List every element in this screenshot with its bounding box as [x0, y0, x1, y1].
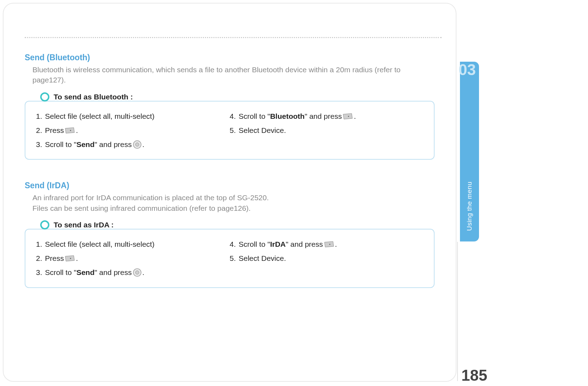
- desc-line: An infrared port for IrDA communication …: [32, 194, 269, 202]
- steps-col-left: 1. Select file (select all, multi-select…: [36, 109, 230, 152]
- step-text: " and press: [95, 265, 132, 280]
- step-number: 4.: [230, 109, 236, 123]
- chapter-number: 03: [459, 62, 476, 78]
- step-number: 2.: [36, 251, 42, 265]
- step-number: 4.: [230, 237, 236, 251]
- soft-key-icon: [65, 127, 75, 134]
- step-bold: Bluetooth: [270, 109, 305, 123]
- section-title-irda: Send (IrDA): [25, 181, 435, 190]
- step-text: Select Device.: [239, 251, 286, 265]
- step-text: Scroll to ": [45, 137, 77, 152]
- steps-box-irda: 1. Select file (select all, multi-select…: [25, 229, 435, 288]
- step-1: 1. Select file (select all, multi-select…: [36, 237, 230, 251]
- callout-label: To send as IrDA :: [54, 221, 114, 229]
- step-4: 4. Scroll to " IrDA " and press .: [230, 237, 423, 251]
- step-text: Press: [45, 251, 64, 265]
- ok-key-icon: [133, 140, 142, 149]
- step-bold: Send: [77, 265, 95, 280]
- svg-point-7: [329, 244, 330, 245]
- steps-col-right: 4. Scroll to " IrDA " and press . 5. Sel…: [230, 237, 423, 280]
- step-text: " and press: [286, 237, 323, 251]
- step-text: Scroll to ": [239, 237, 270, 251]
- side-rule: [457, 242, 458, 381]
- callout-label: To send as Bluetooth :: [54, 93, 133, 101]
- step-number: 5.: [230, 251, 236, 265]
- step-3: 3. Scroll to " Send " and press .: [36, 265, 230, 280]
- step-5: 5. Select Device.: [230, 123, 423, 137]
- svg-point-3: [348, 116, 349, 117]
- step-text: Scroll to ": [239, 109, 270, 123]
- step-number: 5.: [230, 123, 236, 137]
- step-4: 4. Scroll to " Bluetooth " and press .: [230, 109, 423, 123]
- soft-key-icon: [324, 241, 334, 248]
- step-text: " and press: [305, 109, 342, 123]
- step-5: 5. Select Device.: [230, 251, 423, 265]
- step-text: .: [335, 237, 337, 251]
- step-text: Scroll to ": [45, 265, 77, 280]
- ok-key-icon: [133, 268, 142, 277]
- step-number: 2.: [36, 123, 42, 137]
- dotted-divider: [25, 37, 442, 38]
- content-area: Send (Bluetooth) Bluetooth is wireless c…: [25, 53, 435, 309]
- step-text: .: [143, 137, 145, 152]
- section-desc-bluetooth: Bluetooth is wireless communication, whi…: [32, 65, 435, 85]
- svg-point-0: [70, 130, 71, 131]
- svg-point-4: [70, 258, 71, 259]
- soft-key-icon: [343, 113, 353, 120]
- step-3: 3. Scroll to " Send " and press .: [36, 137, 230, 152]
- callout-irda: To send as IrDA :: [40, 220, 435, 229]
- ring-icon: [40, 220, 49, 229]
- step-bold: Send: [77, 137, 95, 152]
- section-desc-irda: An infrared port for IrDA communication …: [32, 192, 435, 213]
- side-tab-label: Using the menu: [466, 182, 473, 231]
- section-title-bluetooth: Send (Bluetooth): [25, 53, 435, 62]
- step-text: Select file (select all, multi-select): [45, 237, 154, 251]
- step-number: 3.: [36, 137, 42, 152]
- steps-col-right: 4. Scroll to " Bluetooth " and press . 5…: [230, 109, 423, 152]
- step-text: Select file (select all, multi-select): [45, 109, 154, 123]
- steps-box-bluetooth: 1. Select file (select all, multi-select…: [25, 101, 435, 160]
- page-number: 185: [461, 367, 487, 384]
- soft-key-icon: [65, 255, 75, 262]
- step-text: .: [76, 251, 78, 265]
- step-2: 2. Press .: [36, 123, 230, 137]
- step-text: .: [354, 109, 356, 123]
- desc-line: Files can be sent using infrared communi…: [32, 204, 251, 212]
- side-tab: Using the menu: [460, 62, 479, 241]
- step-number: 3.: [36, 265, 42, 280]
- step-number: 1.: [36, 237, 42, 251]
- step-number: 1.: [36, 109, 42, 123]
- svg-point-2: [135, 143, 139, 146]
- step-text: Press: [45, 123, 64, 137]
- step-text: .: [143, 265, 145, 280]
- step-text: " and press: [95, 137, 132, 152]
- steps-col-left: 1. Select file (select all, multi-select…: [36, 237, 230, 280]
- svg-point-6: [135, 271, 139, 274]
- ring-icon: [40, 92, 49, 102]
- step-bold: IrDA: [270, 237, 286, 251]
- step-text: .: [76, 123, 78, 137]
- callout-bluetooth: To send as Bluetooth :: [40, 92, 435, 102]
- step-2: 2. Press .: [36, 251, 230, 265]
- step-text: Select Device.: [239, 123, 286, 137]
- step-1: 1. Select file (select all, multi-select…: [36, 109, 230, 123]
- page-frame: Send (Bluetooth) Bluetooth is wireless c…: [3, 3, 456, 382]
